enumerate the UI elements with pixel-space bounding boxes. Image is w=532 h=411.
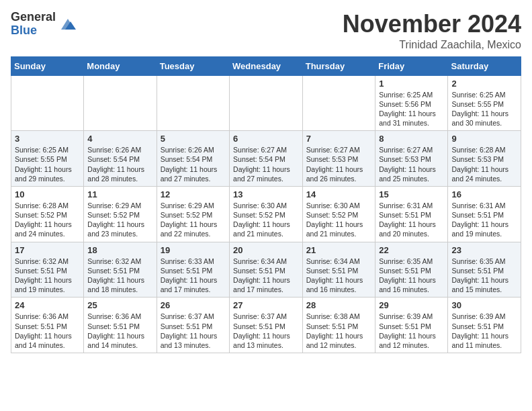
day-number: 2 (451, 79, 517, 89)
logo-blue-text: Blue (11, 24, 56, 38)
calendar-cell: 25Sunrise: 6:36 AMSunset: 5:51 PMDayligh… (84, 298, 157, 353)
calendar-week-row: 17Sunrise: 6:32 AMSunset: 5:51 PMDayligh… (11, 242, 521, 298)
day-info: Sunrise: 6:28 AMSunset: 5:53 PMDaylight:… (451, 145, 517, 183)
day-number: 13 (233, 189, 299, 199)
day-info: Sunrise: 6:25 AMSunset: 5:56 PMDaylight:… (379, 90, 444, 128)
day-number: 4 (87, 134, 152, 144)
day-number: 19 (161, 245, 226, 255)
day-info: Sunrise: 6:37 AMSunset: 5:51 PMDaylight:… (161, 312, 226, 350)
day-number: 14 (306, 189, 371, 199)
day-number: 17 (15, 245, 80, 255)
day-number: 21 (306, 245, 371, 255)
day-number: 7 (306, 134, 371, 144)
calendar-cell: 27Sunrise: 6:37 AMSunset: 5:51 PMDayligh… (230, 298, 303, 353)
weekday-header: Friday (375, 56, 448, 75)
logo-general-text: General (11, 11, 56, 24)
day-info: Sunrise: 6:39 AMSunset: 5:51 PMDaylight:… (379, 312, 444, 350)
calendar-cell: 2Sunrise: 6:25 AMSunset: 5:55 PMDaylight… (448, 75, 521, 131)
logo-icon (58, 15, 77, 34)
day-number: 18 (87, 245, 152, 255)
day-number: 9 (451, 134, 517, 144)
calendar-cell: 7Sunrise: 6:27 AMSunset: 5:53 PMDaylight… (302, 131, 375, 187)
calendar-cell: 17Sunrise: 6:32 AMSunset: 5:51 PMDayligh… (11, 242, 84, 298)
day-info: Sunrise: 6:34 AMSunset: 5:51 PMDaylight:… (233, 257, 299, 295)
day-info: Sunrise: 6:27 AMSunset: 5:53 PMDaylight:… (306, 145, 371, 183)
day-info: Sunrise: 6:36 AMSunset: 5:51 PMDaylight:… (15, 312, 80, 350)
day-number: 16 (451, 189, 517, 199)
calendar-cell: 28Sunrise: 6:38 AMSunset: 5:51 PMDayligh… (302, 298, 375, 353)
day-info: Sunrise: 6:34 AMSunset: 5:51 PMDaylight:… (306, 257, 371, 295)
calendar-cell: 16Sunrise: 6:31 AMSunset: 5:51 PMDayligh… (448, 186, 521, 242)
weekday-header: Monday (84, 56, 157, 75)
day-info: Sunrise: 6:38 AMSunset: 5:51 PMDaylight:… (306, 312, 371, 350)
calendar-cell: 15Sunrise: 6:31 AMSunset: 5:51 PMDayligh… (375, 186, 448, 242)
weekday-header: Sunday (11, 56, 84, 75)
day-number: 24 (15, 300, 80, 310)
calendar-cell: 24Sunrise: 6:36 AMSunset: 5:51 PMDayligh… (11, 298, 84, 353)
day-info: Sunrise: 6:27 AMSunset: 5:53 PMDaylight:… (379, 145, 444, 183)
day-info: Sunrise: 6:31 AMSunset: 5:51 PMDaylight:… (379, 201, 444, 239)
calendar-cell (11, 75, 84, 131)
calendar-cell: 9Sunrise: 6:28 AMSunset: 5:53 PMDaylight… (448, 131, 521, 187)
calendar-cell: 30Sunrise: 6:39 AMSunset: 5:51 PMDayligh… (448, 298, 521, 353)
day-info: Sunrise: 6:26 AMSunset: 5:54 PMDaylight:… (161, 145, 226, 183)
calendar-cell: 18Sunrise: 6:32 AMSunset: 5:51 PMDayligh… (84, 242, 157, 298)
day-number: 1 (379, 79, 444, 89)
calendar-cell: 3Sunrise: 6:25 AMSunset: 5:55 PMDaylight… (11, 131, 84, 187)
day-info: Sunrise: 6:32 AMSunset: 5:51 PMDaylight:… (15, 257, 80, 295)
logo: General Blue (11, 11, 77, 38)
day-number: 11 (87, 189, 152, 199)
day-number: 30 (451, 300, 517, 310)
day-info: Sunrise: 6:33 AMSunset: 5:51 PMDaylight:… (161, 257, 226, 295)
day-number: 23 (451, 245, 517, 255)
calendar-header-row: SundayMondayTuesdayWednesdayThursdayFrid… (11, 56, 521, 75)
calendar-cell: 29Sunrise: 6:39 AMSunset: 5:51 PMDayligh… (375, 298, 448, 353)
calendar-cell: 14Sunrise: 6:30 AMSunset: 5:52 PMDayligh… (302, 186, 375, 242)
calendar-week-row: 3Sunrise: 6:25 AMSunset: 5:55 PMDaylight… (11, 131, 521, 187)
day-number: 8 (379, 134, 444, 144)
weekday-header: Tuesday (157, 56, 229, 75)
calendar-cell (302, 75, 375, 131)
calendar-cell (84, 75, 157, 131)
day-number: 26 (161, 300, 226, 310)
month-title: November 2024 (343, 11, 521, 38)
day-info: Sunrise: 6:30 AMSunset: 5:52 PMDaylight:… (306, 201, 371, 239)
location-subtitle: Trinidad Zaachila, Mexico (343, 39, 521, 51)
calendar-cell: 10Sunrise: 6:28 AMSunset: 5:52 PMDayligh… (11, 186, 84, 242)
calendar-cell: 13Sunrise: 6:30 AMSunset: 5:52 PMDayligh… (230, 186, 303, 242)
weekday-header: Saturday (448, 56, 521, 75)
calendar-cell: 1Sunrise: 6:25 AMSunset: 5:56 PMDaylight… (375, 75, 448, 131)
weekday-header: Thursday (302, 56, 375, 75)
day-info: Sunrise: 6:39 AMSunset: 5:51 PMDaylight:… (451, 312, 517, 350)
day-number: 22 (379, 245, 444, 255)
day-number: 25 (87, 300, 152, 310)
calendar-cell: 21Sunrise: 6:34 AMSunset: 5:51 PMDayligh… (302, 242, 375, 298)
title-area: November 2024 Trinidad Zaachila, Mexico (343, 11, 521, 51)
calendar-cell: 11Sunrise: 6:29 AMSunset: 5:52 PMDayligh… (84, 186, 157, 242)
day-number: 3 (15, 134, 80, 144)
page-header: General Blue November 2024 Trinidad Zaac… (11, 11, 521, 51)
day-info: Sunrise: 6:27 AMSunset: 5:54 PMDaylight:… (233, 145, 299, 183)
day-number: 5 (161, 134, 226, 144)
day-number: 28 (306, 300, 371, 310)
calendar-cell: 8Sunrise: 6:27 AMSunset: 5:53 PMDaylight… (375, 131, 448, 187)
day-info: Sunrise: 6:36 AMSunset: 5:51 PMDaylight:… (87, 312, 152, 350)
day-number: 27 (233, 300, 299, 310)
day-info: Sunrise: 6:26 AMSunset: 5:54 PMDaylight:… (87, 145, 152, 183)
calendar-cell (157, 75, 229, 131)
weekday-header: Wednesday (230, 56, 303, 75)
day-info: Sunrise: 6:25 AMSunset: 5:55 PMDaylight:… (451, 90, 517, 128)
day-info: Sunrise: 6:31 AMSunset: 5:51 PMDaylight:… (451, 201, 517, 239)
calendar-week-row: 1Sunrise: 6:25 AMSunset: 5:56 PMDaylight… (11, 75, 521, 131)
day-info: Sunrise: 6:25 AMSunset: 5:55 PMDaylight:… (15, 145, 80, 183)
day-info: Sunrise: 6:29 AMSunset: 5:52 PMDaylight:… (87, 201, 152, 239)
day-info: Sunrise: 6:30 AMSunset: 5:52 PMDaylight:… (233, 201, 299, 239)
day-info: Sunrise: 6:29 AMSunset: 5:52 PMDaylight:… (161, 201, 226, 239)
calendar-cell: 19Sunrise: 6:33 AMSunset: 5:51 PMDayligh… (157, 242, 229, 298)
calendar-cell: 5Sunrise: 6:26 AMSunset: 5:54 PMDaylight… (157, 131, 229, 187)
calendar-table: SundayMondayTuesdayWednesdayThursdayFrid… (11, 56, 521, 353)
day-info: Sunrise: 6:32 AMSunset: 5:51 PMDaylight:… (87, 257, 152, 295)
calendar-cell: 12Sunrise: 6:29 AMSunset: 5:52 PMDayligh… (157, 186, 229, 242)
calendar-cell: 6Sunrise: 6:27 AMSunset: 5:54 PMDaylight… (230, 131, 303, 187)
day-number: 29 (379, 300, 444, 310)
